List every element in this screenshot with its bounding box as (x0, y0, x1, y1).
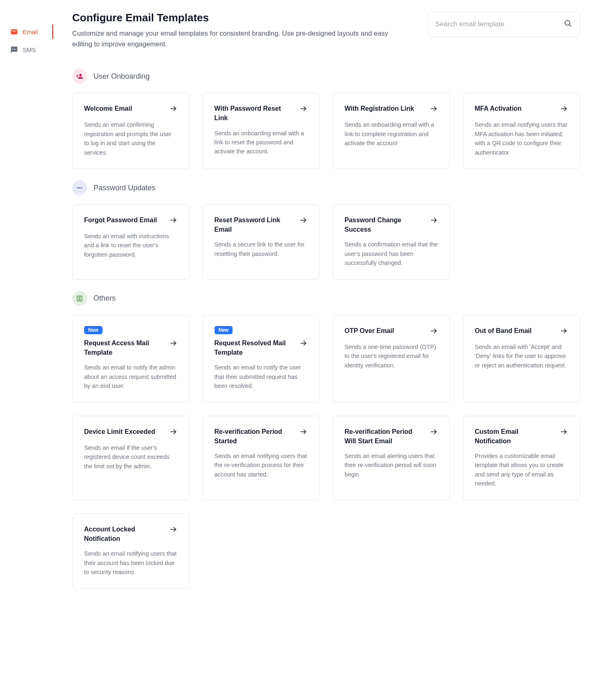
card-desc: Sends an email confirming registration a… (84, 120, 178, 157)
card-title: Welcome Email (84, 104, 132, 113)
svg-point-7 (79, 187, 80, 189)
arrow-right-icon (430, 327, 438, 337)
card-title-row: Forgot Password Email (84, 215, 178, 226)
card-title-row: Device Limit Exceeded (84, 427, 178, 438)
card-title-row: Reset Password Link Email (214, 215, 308, 234)
template-card[interactable]: OTP Over EmailSends a one-time password … (333, 315, 450, 403)
card-desc: Sends an email notifying users that MFA … (475, 120, 568, 157)
template-card[interactable]: Reset Password Link EmailSends a secure … (203, 204, 320, 280)
card-title: Forgot Password Email (84, 215, 157, 225)
template-card[interactable]: MFA ActivationSends an email notifying u… (463, 93, 580, 169)
section-icon (72, 69, 87, 84)
card-desc: Sends an email notifying users that thei… (84, 549, 178, 577)
card-desc: Sends a secure link to the user for rese… (214, 240, 308, 258)
email-icon (10, 27, 18, 36)
card-grid: NewRequest Access Mail TemplateSends an … (72, 315, 580, 589)
card-title: Custom Email Notification (475, 427, 555, 446)
card-title: With Password Reset Link (214, 104, 295, 123)
card-title: OTP Over Email (345, 326, 394, 335)
arrow-right-icon (169, 216, 178, 226)
card-grid: Welcome EmailSends an email confirming r… (72, 93, 580, 169)
template-card[interactable]: NewRequest Access Mail TemplateSends an … (72, 315, 189, 403)
section-header: Others (72, 291, 580, 306)
search-icon[interactable] (564, 19, 573, 30)
card-title-row: MFA Activation (475, 104, 568, 114)
sidebar-item-label: Email (23, 28, 38, 35)
sidebar-item-sms[interactable]: SMS (0, 41, 53, 59)
header-text: Configure Email Templates Customize and … (72, 11, 400, 49)
card-title: Re-verification Period Started (214, 427, 295, 446)
arrow-right-icon (169, 525, 178, 535)
section-icon (72, 291, 87, 306)
card-desc: Sends a confirmation email that the user… (345, 240, 438, 267)
section-others: OthersNewRequest Access Mail TemplateSen… (72, 291, 580, 589)
card-title-row: With Registration Link (345, 104, 438, 114)
new-badge: New (84, 326, 103, 334)
section-password-updates: Password UpdatesForgot Password EmailSen… (72, 180, 580, 280)
card-title-row: Re-verification Period Will Start Email (345, 427, 438, 446)
arrow-right-icon (299, 105, 308, 114)
section-header: Password Updates (72, 180, 580, 195)
card-desc: Sends an email notifying users that the … (214, 451, 308, 479)
arrow-right-icon (299, 339, 308, 349)
template-card[interactable]: Welcome EmailSends an email confirming r… (72, 93, 189, 169)
card-desc: Sends an onboarding email with a link to… (214, 129, 308, 156)
arrow-right-icon (169, 339, 178, 349)
sidebar-item-label: SMS (23, 46, 36, 53)
card-title-row: Password Change Success (345, 215, 438, 234)
arrow-right-icon (169, 105, 178, 114)
page-title: Configure Email Templates (72, 11, 400, 24)
card-title: Request Resolved Mail Template (214, 338, 295, 357)
template-card[interactable]: Password Change SuccessSends a confirmat… (333, 204, 450, 280)
template-card[interactable]: Account Locked NotificationSends an emai… (72, 513, 189, 589)
card-title-row: Request Resolved Mail Template (214, 338, 308, 357)
search-wrap (428, 11, 580, 37)
card-title-row: OTP Over Email (345, 326, 438, 337)
card-title: Request Access Mail Template (84, 338, 164, 357)
card-title-row: Request Access Mail Template (84, 338, 178, 357)
sections-container: User OnboardingWelcome EmailSends an ema… (72, 69, 580, 588)
card-title-row: Re-verification Period Started (214, 427, 308, 446)
template-card[interactable]: Re-verification Period Will Start EmailS… (333, 416, 450, 500)
template-card[interactable]: Custom Email NotificationProvides a cust… (463, 416, 580, 500)
arrow-right-icon (430, 216, 438, 226)
card-title: MFA Activation (475, 104, 522, 113)
template-card[interactable]: With Registration LinkSends an onboardin… (333, 93, 450, 169)
section-title: Password Updates (94, 184, 155, 192)
template-card[interactable]: Re-verification Period StartedSends an e… (203, 416, 320, 500)
card-title-row: Custom Email Notification (475, 427, 568, 446)
svg-point-6 (77, 187, 78, 189)
card-desc: Sends an email with instructions and a l… (84, 232, 178, 259)
arrow-right-icon (169, 428, 178, 438)
card-desc: Sends an email if the user's registered … (84, 443, 178, 471)
section-icon (72, 180, 87, 195)
template-card[interactable]: Out of Band EmailSends an email with 'Ac… (463, 315, 580, 403)
card-desc: Sends an email alerting users that their… (345, 451, 438, 479)
template-card[interactable]: Device Limit ExceededSends an email if t… (72, 416, 189, 500)
section-user-onboarding: User OnboardingWelcome EmailSends an ema… (72, 69, 580, 169)
card-title: Reset Password Link Email (214, 215, 295, 234)
template-card[interactable]: Forgot Password EmailSends an email with… (72, 204, 189, 280)
card-title: With Registration Link (345, 104, 414, 113)
svg-line-1 (569, 25, 571, 26)
card-title: Re-verification Period Will Start Email (345, 427, 425, 446)
new-badge: New (214, 326, 233, 334)
svg-point-8 (81, 187, 82, 189)
sms-icon (10, 46, 18, 54)
sidebar: EmailSMS (0, 0, 53, 677)
card-title: Password Change Success (345, 215, 425, 234)
card-title-row: Out of Band Email (475, 326, 568, 337)
card-desc: Sends an onboarding email with a link to… (345, 120, 438, 148)
section-header: User Onboarding (72, 69, 580, 84)
sidebar-item-email[interactable]: Email (0, 23, 53, 41)
arrow-right-icon (299, 216, 308, 226)
card-title-row: Account Locked Notification (84, 524, 178, 543)
arrow-right-icon (560, 327, 568, 337)
search-input[interactable] (428, 11, 580, 37)
card-desc: Sends an email to notify the user that t… (214, 363, 308, 390)
card-title: Device Limit Exceeded (84, 427, 155, 436)
template-card[interactable]: With Password Reset LinkSends an onboard… (203, 93, 320, 169)
arrow-right-icon (299, 428, 308, 438)
template-card[interactable]: NewRequest Resolved Mail TemplateSends a… (203, 315, 320, 403)
arrow-right-icon (430, 428, 438, 438)
